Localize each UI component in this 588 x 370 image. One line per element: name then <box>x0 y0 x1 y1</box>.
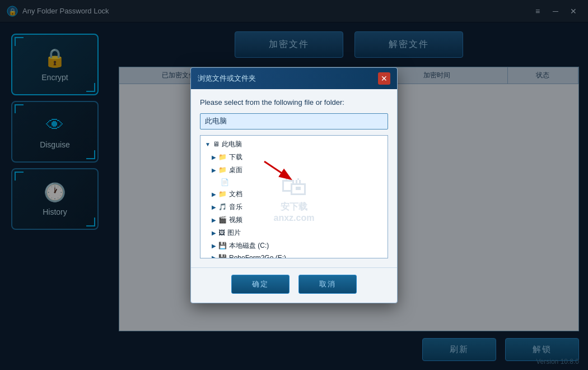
tree-item-roboform[interactable]: ▶ 💾 RoboForm2Go (E:) <box>203 252 385 258</box>
tree-label-videos: 视频 <box>229 215 242 225</box>
tree-label-documents: 文档 <box>229 189 242 199</box>
browse-dialog: 浏览文件或文件夹 ✕ Please select from the follow… <box>190 67 398 303</box>
drive-icon-c: 💾 <box>218 242 227 249</box>
dialog-close-button[interactable]: ✕ <box>378 72 390 85</box>
tree-label-desktop: 桌面 <box>229 165 242 175</box>
folder-icon-dl: 📁 <box>218 153 227 161</box>
file-tree[interactable]: 🛍 安下载anxz.com ▼ 🖥 此电脑 ▶ 📁 下载 ▶ 📁 <box>200 135 388 258</box>
expand-icon-doc: ▶ <box>212 191 216 197</box>
video-icon: 🎬 <box>218 216 227 224</box>
tree-label-local-disk: 本地磁盘 (C:) <box>229 241 269 251</box>
folder-icon-doc: 📁 <box>218 190 227 198</box>
expand-icon-mus: ▶ <box>212 204 216 210</box>
music-icon: 🎵 <box>218 203 227 211</box>
file-icon-dt: 📄 <box>221 178 229 186</box>
tree-label-music: 音乐 <box>229 202 242 212</box>
dialog-confirm-button[interactable]: 确定 <box>231 275 290 294</box>
folder-icon-dt: 📁 <box>218 166 227 174</box>
expand-icon: ▼ <box>205 141 211 147</box>
picture-icon: 🖼 <box>218 229 225 237</box>
tree-label-downloads: 下载 <box>229 152 242 162</box>
tree-item-desktop[interactable]: ▶ 📁 桌面 <box>203 164 385 177</box>
dialog-titlebar: 浏览文件或文件夹 ✕ <box>191 68 397 89</box>
dialog-cancel-button[interactable]: 取消 <box>298 275 357 294</box>
expand-icon-c: ▶ <box>212 243 216 249</box>
expand-icon-e: ▶ <box>212 255 216 258</box>
tree-item-pictures[interactable]: ▶ 🖼 图片 <box>203 226 385 239</box>
tree-label-this-pc: 此电脑 <box>222 140 242 149</box>
tree-label-pictures: 图片 <box>227 228 241 238</box>
drive-icon-e: 💾 <box>218 254 227 258</box>
tree-item-local-disk[interactable]: ▶ 💾 本地磁盘 (C:) <box>203 239 385 252</box>
dialog-body: Please select from the following file or… <box>191 89 397 267</box>
tree-item-documents[interactable]: ▶ 📁 文档 <box>203 188 385 201</box>
dialog-prompt: Please select from the following file or… <box>200 98 388 107</box>
tree-item-music[interactable]: ▶ 🎵 音乐 <box>203 201 385 214</box>
pc-icon: 🖥 <box>213 140 220 148</box>
expand-icon-pic: ▶ <box>212 230 216 236</box>
dialog-footer: 确定 取消 <box>191 267 397 303</box>
expand-icon-dt: ▶ <box>212 167 216 173</box>
expand-icon-vid: ▶ <box>212 217 216 223</box>
tree-item-downloads[interactable]: ▶ 📁 下载 <box>203 151 385 164</box>
tree-item-videos[interactable]: ▶ 🎬 视频 <box>203 214 385 226</box>
dialog-path-input[interactable] <box>200 113 388 130</box>
tree-item-this-pc[interactable]: ▼ 🖥 此电脑 <box>203 138 385 151</box>
tree-label-roboform: RoboForm2Go (E:) <box>229 254 286 258</box>
tree-item-desktop-file[interactable]: 📄 <box>203 177 385 188</box>
expand-icon-dl: ▶ <box>212 154 216 160</box>
modal-overlay: 浏览文件或文件夹 ✕ Please select from the follow… <box>0 0 588 370</box>
dialog-title: 浏览文件或文件夹 <box>198 73 256 84</box>
